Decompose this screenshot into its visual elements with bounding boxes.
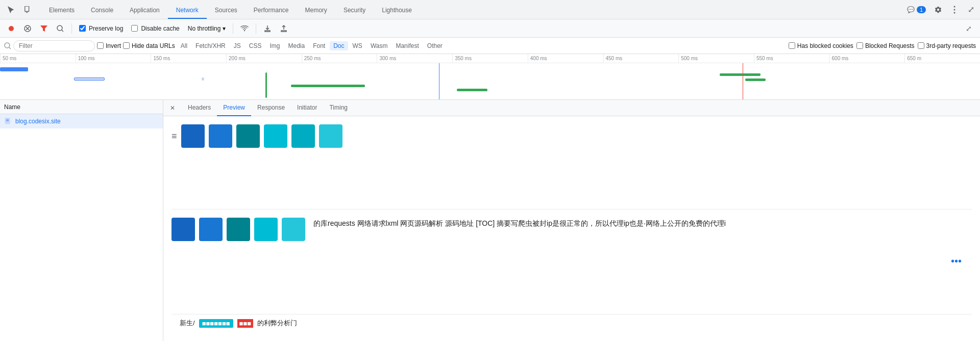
screenshot-button[interactable]: ⤢ (962, 21, 976, 36)
blocked-requests-checkbox[interactable] (856, 42, 863, 49)
waterfall-bar-4 (265, 72, 267, 98)
disable-cache-checkbox[interactable] (131, 25, 138, 32)
detail-tab-response[interactable]: Response (251, 100, 291, 116)
name-column-header: Name (0, 100, 163, 114)
tab-elements[interactable]: Elements (41, 3, 83, 19)
filter-type-wasm[interactable]: Wasm (367, 41, 391, 50)
preserve-log-label[interactable]: Preserve log (76, 24, 126, 33)
detach-button[interactable]: ⤢ (964, 3, 978, 17)
filter-type-doc[interactable]: Doc (330, 41, 348, 50)
filter-type-other[interactable]: Other (424, 41, 446, 50)
blocked-cookies-checkbox[interactable] (789, 42, 795, 49)
tab-performance[interactable]: Performance (246, 3, 297, 19)
bottom-suffix: 的利弊分析门 (257, 319, 297, 328)
header-square-4 (291, 124, 315, 148)
preview-content-area[interactable]: ≡ 的库requests 网络请求lxml 网页源码解析 (163, 116, 980, 341)
invert-checkbox[interactable] (97, 42, 104, 49)
svg-point-9 (57, 25, 62, 31)
toolbar-sep-3 (256, 23, 256, 34)
svg-point-11 (5, 43, 10, 48)
mark-300: 300 ms (377, 54, 452, 63)
tab-application[interactable]: Application (121, 3, 168, 19)
detail-tab-preview[interactable]: Preview (217, 100, 251, 116)
main-content: Name blog.codesix.site ✕ Headers Preview… (0, 100, 980, 341)
file-name-0: blog.codesix.site (15, 118, 61, 125)
svg-rect-1 (26, 12, 28, 13)
svg-line-10 (62, 30, 63, 32)
bottom-prefix: 新生/ (180, 319, 195, 328)
invert-label[interactable]: Invert (97, 42, 121, 49)
network-toolbar: Preserve log Disable cache No throttling… (0, 19, 980, 38)
main-tabs: Elements Console Application Network Sou… (41, 0, 904, 19)
tab-security[interactable]: Security (335, 3, 374, 19)
detail-tab-timing[interactable]: Timing (323, 100, 354, 116)
more-options-button[interactable] (947, 3, 962, 17)
filter-toggle-button[interactable] (37, 21, 51, 36)
header-square-2 (236, 124, 260, 148)
hide-data-urls-label[interactable]: Hide data URLs (123, 42, 175, 49)
filter-type-ws[interactable]: WS (349, 41, 366, 50)
mark-400: 400 ms (528, 54, 603, 63)
third-party-label[interactable]: 3rd-party requests (918, 42, 976, 49)
filter-type-js[interactable]: JS (230, 41, 244, 50)
mark-250: 250 ms (302, 54, 377, 63)
settings-button[interactable] (931, 3, 945, 17)
svg-point-2 (954, 6, 955, 7)
filter-right-group: Has blocked cookies Blocked Requests 3rd… (789, 42, 976, 49)
waterfall-bar-3 (202, 77, 204, 81)
throttle-selector[interactable]: No throttling ▾ (185, 24, 229, 33)
mark-500: 500 ms (678, 54, 754, 63)
mark-50: 50 ms (0, 54, 76, 63)
timeline-ruler: 50 ms 100 ms 150 ms 200 ms 250 ms 300 ms… (0, 54, 980, 63)
preserve-log-checkbox[interactable] (79, 25, 86, 32)
badge-button[interactable]: 💬 1 (904, 3, 929, 17)
filter-type-img[interactable]: Img (266, 41, 283, 50)
import-har-button[interactable] (260, 21, 275, 36)
stop-recording-button[interactable] (4, 21, 18, 36)
tab-console[interactable]: Console (83, 3, 121, 19)
svg-point-3 (954, 9, 955, 10)
blog-card-text: 的库requests 网络请求lxml 网页源码解析 源码地址 [TOC] 摘要… (313, 218, 726, 229)
search-button[interactable] (53, 21, 67, 36)
blocked-cookies-label[interactable]: Has blocked cookies (789, 42, 853, 49)
close-detail-button[interactable]: ✕ (167, 103, 178, 113)
more-dots-button[interactable]: ••• (172, 249, 972, 273)
preserve-log-text: Preserve log (89, 25, 123, 32)
filter-bar: Invert Hide data URLs All Fetch/XHR JS C… (0, 38, 980, 54)
filter-type-manifest[interactable]: Manifest (392, 41, 422, 50)
inspect-icon[interactable] (4, 3, 18, 17)
svg-point-4 (954, 12, 955, 13)
blog-square-1 (199, 218, 223, 241)
third-party-checkbox[interactable] (918, 42, 924, 49)
dom-content-loaded-line (439, 63, 439, 99)
detail-tab-initiator[interactable]: Initiator (291, 100, 323, 116)
hide-data-urls-checkbox[interactable] (123, 42, 130, 49)
svg-line-12 (9, 47, 11, 49)
load-event-line (743, 63, 743, 99)
filter-type-css[interactable]: CSS (246, 41, 265, 50)
tab-sources[interactable]: Sources (207, 3, 246, 19)
device-icon[interactable] (20, 3, 35, 17)
waterfall-bar-8 (745, 78, 766, 81)
filter-type-fetch[interactable]: Fetch/XHR (192, 41, 229, 50)
detail-tabs: ✕ Headers Preview Response Initiator Tim… (163, 100, 980, 116)
preview-header: ≡ (172, 124, 972, 148)
clear-button[interactable] (20, 21, 35, 36)
disable-cache-label[interactable]: Disable cache (128, 24, 182, 33)
mark-550: 550 ms (754, 54, 829, 63)
detail-tab-headers[interactable]: Headers (182, 100, 217, 116)
disable-cache-text: Disable cache (141, 25, 179, 32)
waterfall-bar-7 (720, 73, 761, 76)
blocked-requests-label[interactable]: Blocked Requests (856, 42, 915, 49)
tab-network[interactable]: Network (168, 3, 207, 19)
file-item-0[interactable]: blog.codesix.site (0, 114, 163, 128)
mark-350: 350 ms (452, 54, 528, 63)
tab-lighthouse[interactable]: Lighthouse (374, 3, 420, 19)
tab-memory[interactable]: Memory (297, 3, 335, 19)
filter-type-media[interactable]: Media (284, 41, 308, 50)
wifi-conditions-button[interactable] (237, 21, 252, 36)
filter-type-font[interactable]: Font (309, 41, 329, 50)
export-har-button[interactable] (277, 21, 291, 36)
filter-input[interactable] (13, 40, 95, 51)
filter-type-all[interactable]: All (177, 41, 191, 50)
